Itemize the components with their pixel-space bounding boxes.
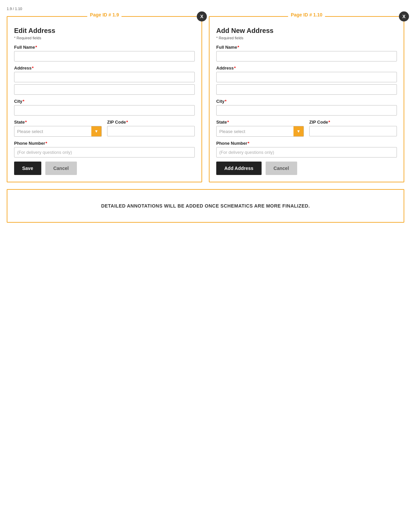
panel2-btn-row: Add Address Cancel — [216, 162, 397, 175]
panel1-fullname-input[interactable] — [14, 51, 195, 61]
panel2-title: Add New Address — [216, 27, 397, 35]
panel2-city-label: City* — [216, 99, 397, 104]
panel1-close-button[interactable]: X — [197, 11, 207, 21]
panel1-page-id: Page ID # 1.9 — [87, 12, 122, 17]
panel2-phone-input[interactable] — [216, 147, 397, 158]
panel1-state-zip-row: State* Please select ▼ Please select ZIP… — [14, 120, 195, 137]
panel1-address-input2[interactable] — [14, 84, 195, 95]
edit-address-panel: Page ID # 1.9 X Edit Address * Required … — [7, 16, 202, 182]
panel2-zip-input[interactable] — [309, 126, 397, 136]
panel2-close-button[interactable]: X — [399, 11, 409, 21]
panel1-required-note: * Required fields — [14, 36, 195, 40]
panel1-save-button[interactable]: Save — [14, 162, 41, 175]
panel1-fullname-group: Full Name* — [14, 45, 195, 61]
annotation-box: DETAILED ANNOTATIONS WILL BE ADDED ONCE … — [7, 189, 404, 223]
panel2-address-label: Address* — [216, 65, 397, 71]
panel1-phone-label: Phone Number* — [14, 141, 195, 146]
panel2-phone-group: Phone Number* — [216, 141, 397, 158]
panel2-zip-group: ZIP Code* — [309, 120, 397, 137]
panels-row: Page ID # 1.9 X Edit Address * Required … — [7, 16, 404, 182]
panel1-title: Edit Address — [14, 27, 195, 35]
panel1-state-select-wrapper[interactable]: Please select ▼ Please select — [14, 126, 102, 137]
version-label: 1.9 / 1.10 — [7, 7, 404, 11]
panel1-btn-row: Save Cancel — [14, 162, 195, 175]
panel1-fullname-label: Full Name* — [14, 45, 195, 50]
panel1-zip-input[interactable] — [107, 126, 195, 136]
panel2-fullname-label: Full Name* — [216, 45, 397, 50]
panel1-city-input[interactable] — [14, 105, 195, 116]
panel2-add-address-button[interactable]: Add Address — [216, 162, 262, 175]
panel2-page-id: Page ID # 1.10 — [288, 12, 325, 17]
panel1-state-label: State* — [14, 120, 102, 125]
panel2-state-label: State* — [216, 120, 304, 125]
panel1-address-input1[interactable] — [14, 72, 195, 82]
panel2-state-zip-row: State* Please select ▼ Please select ZIP… — [216, 120, 397, 137]
panel1-state-group: State* Please select ▼ Please select — [14, 120, 102, 137]
annotation-text: DETAILED ANNOTATIONS WILL BE ADDED ONCE … — [14, 203, 397, 209]
panel2-phone-label: Phone Number* — [216, 141, 397, 146]
panel2-fullname-group: Full Name* — [216, 45, 397, 61]
panel1-zip-label: ZIP Code* — [107, 120, 195, 125]
panel2-cancel-button[interactable]: Cancel — [266, 162, 297, 175]
panel1-phone-input[interactable] — [14, 147, 195, 158]
panel1-cancel-button[interactable]: Cancel — [45, 162, 77, 175]
panel2-required-note: * Required fields — [216, 36, 397, 40]
panel1-address-label: Address* — [14, 65, 195, 71]
panel1-city-group: City* — [14, 99, 195, 116]
panel2-state-select-wrapper[interactable]: Please select ▼ Please select — [216, 126, 304, 137]
panel2-city-input[interactable] — [216, 105, 397, 116]
panel1-phone-group: Phone Number* — [14, 141, 195, 158]
panel1-address-group: Address* — [14, 65, 195, 95]
panel2-fullname-input[interactable] — [216, 51, 397, 61]
panel2-address-input1[interactable] — [216, 72, 397, 82]
panel2-city-group: City* — [216, 99, 397, 116]
panel2-address-group: Address* — [216, 65, 397, 95]
panel1-zip-group: ZIP Code* — [107, 120, 195, 137]
panel2-state-group: State* Please select ▼ Please select — [216, 120, 304, 137]
panel2-zip-label: ZIP Code* — [309, 120, 397, 125]
panel2-address-input2[interactable] — [216, 84, 397, 95]
add-address-panel: Page ID # 1.10 X Add New Address * Requi… — [209, 16, 404, 182]
panel1-city-label: City* — [14, 99, 195, 104]
